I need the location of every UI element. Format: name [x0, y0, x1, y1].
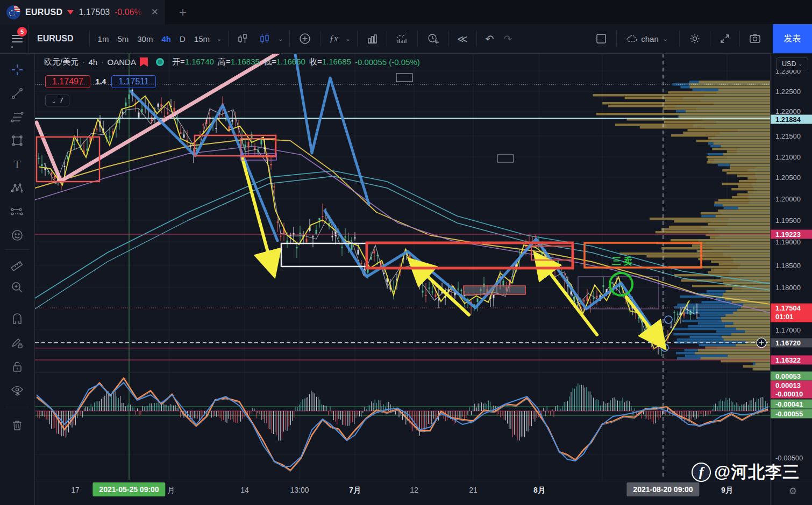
price-tick: 1.17000 [775, 326, 801, 334]
timeframe-4h[interactable]: 4h [157, 34, 175, 44]
candles [38, 88, 698, 356]
crosshair-tool[interactable] [5, 58, 29, 82]
price-tick: 1.21000 [775, 153, 801, 161]
chart-style-chevron-icon[interactable]: ⌄ [275, 35, 286, 42]
timeframe-30m[interactable]: 30m [133, 34, 157, 44]
time-tick: 8月 [533, 486, 545, 495]
layout-grid-icon[interactable] [590, 28, 612, 49]
object-tree-button[interactable]: ⌄7 [45, 95, 69, 106]
chart-canvas[interactable]: 三卖 [35, 54, 770, 481]
price-tick: 1.20500 [775, 174, 801, 182]
fullscreen-icon[interactable] [714, 28, 736, 49]
time-axis-corner: ⚙ [770, 481, 812, 505]
emoji-tool[interactable] [5, 223, 29, 247]
price-tick: 1.18000 [775, 284, 801, 292]
price-tick: 1.19500 [775, 217, 801, 225]
time-tick: 13:00 [290, 486, 309, 494]
price-tick: 1.22000 [775, 107, 801, 116]
timeframe-chevron-icon[interactable]: ⌄ [214, 35, 224, 42]
time-badge: 2021-08-20 09:00 [626, 482, 699, 496]
price-badge: 0.00013 [771, 381, 812, 390]
new-tab-button[interactable]: + [171, 0, 195, 24]
alert-clock-icon[interactable] [422, 28, 444, 49]
xabcd-pattern-tool[interactable] [5, 176, 29, 200]
text-tool[interactable]: T [5, 153, 29, 176]
settings-gear-icon[interactable] [683, 28, 706, 49]
redo-icon[interactable]: ↷ [499, 28, 517, 49]
zoom-in-tool[interactable] [5, 276, 29, 299]
price-tick: 1.19000 [775, 238, 801, 246]
eurusd-flag-icon [6, 5, 20, 19]
price-badge: -0.00041 [771, 400, 812, 409]
columns-icon[interactable] [361, 28, 383, 49]
time-axis[interactable]: 17月1413:007月12218月9月2021-05-25 09:002021… [35, 481, 770, 505]
sell-point-label: 三卖 [612, 256, 635, 266]
timeframe-1m[interactable]: 1m [94, 34, 113, 44]
notification-badge: 5 [17, 27, 27, 37]
trend-line-tool[interactable] [5, 82, 29, 105]
publish-button[interactable]: 发表 [773, 24, 812, 53]
time-tick: 14 [240, 486, 249, 494]
indicators-chevron-icon[interactable]: ⌄ [343, 35, 353, 42]
timeframe-group: 1m5m30m4hD15m [94, 34, 214, 44]
shapes-rectangle-tool[interactable] [5, 129, 29, 153]
bid-ask-row: 1.17497 1.4 1.17511 [45, 75, 156, 88]
magnet-tool[interactable] [5, 308, 29, 331]
flag-marker-icon[interactable] [140, 57, 148, 67]
legend-close: 1.16685 [322, 57, 351, 66]
prediction-tool[interactable] [5, 200, 29, 223]
legend-low: 1.16650 [276, 57, 305, 66]
remove-drawings-trash-tool[interactable] [5, 414, 29, 437]
tab-price: 1.17503 [79, 8, 110, 17]
drawing-mode-lock-tool[interactable] [5, 331, 29, 355]
time-tick: 9月 [721, 486, 733, 495]
alert-plus-marker[interactable] [757, 338, 766, 348]
bar-style-icon[interactable] [232, 28, 254, 49]
indicators-fx-button[interactable]: ƒx [324, 28, 343, 49]
forecast-icon[interactable] [391, 28, 414, 49]
price-axis[interactable]: USD⌄ 1.230001.225001.220001.215001.21000… [770, 54, 812, 481]
candles-style-icon[interactable] [254, 28, 275, 49]
time-tick: 7月 [349, 486, 361, 495]
legend-change: -0.00055 (-0.05%) [355, 57, 420, 67]
compare-add-icon[interactable] [294, 28, 316, 49]
axis-settings-gear-icon[interactable]: ⚙ [789, 486, 797, 497]
hide-drawings-eye-tool[interactable] [5, 379, 29, 402]
browser-tab-bar: EURUSD 1.17503 -0.06% ch ✕ + [0, 0, 812, 24]
ask-button[interactable]: 1.17511 [111, 75, 156, 88]
legend-pair: 欧元/美元 [44, 57, 79, 67]
timeframe-15m[interactable]: 15m [190, 34, 214, 44]
bid-button[interactable]: 1.17497 [45, 75, 90, 88]
price-badge: 0.00053 [771, 372, 812, 381]
currency-toggle-button[interactable]: USD⌄ [776, 57, 808, 70]
undo-icon[interactable]: ↶ [481, 28, 499, 49]
symbol-search-button[interactable]: EURUSD [29, 34, 86, 44]
timeframe-D[interactable]: D [175, 34, 190, 44]
fib-retracement-tool[interactable] [5, 105, 29, 129]
timeframe-5m[interactable]: 5m [113, 34, 133, 44]
time-tick: 17 [71, 486, 80, 494]
legend-high: 1.16835 [231, 57, 260, 66]
measure-ruler-tool[interactable] [5, 252, 29, 276]
main-toolbar: 5 EURUSD 1m5m30m4hD15m ⌄ ⌄ ƒx ⌄ [0, 24, 812, 54]
chart-legend[interactable]: 欧元/美元 · 4h · OANDA 开=1.16740 高=1.16835 低… [44, 57, 420, 67]
user-drawings[interactable]: 三卖 [37, 54, 701, 351]
screenshot-camera-icon[interactable] [744, 28, 766, 49]
layout-chevron-icon: ⌄ [660, 35, 671, 42]
legend-exchange: OANDA [108, 57, 136, 67]
time-badge: 2021-05-25 09:00 [92, 482, 165, 496]
price-badge: -0.00010 [771, 389, 812, 399]
price-badge: 1.1750401:01 [771, 304, 812, 322]
time-tick: 21 [469, 486, 478, 494]
replay-icon[interactable]: ≪ [452, 28, 473, 49]
symbol-tab[interactable]: EURUSD 1.17503 -0.06% ch ✕ [0, 0, 166, 24]
main-menu-button[interactable]: 5 [6, 28, 28, 49]
price-badge: 1.19223 [771, 230, 812, 239]
fx-icon: ƒx [329, 33, 338, 44]
chart-plot: 三卖 [35, 54, 770, 481]
save-layout-button[interactable]: chan ⌄ [621, 28, 675, 49]
price-badge: 1.21884 [771, 115, 812, 124]
lock-all-tool[interactable] [5, 355, 29, 379]
close-tab-icon[interactable]: ✕ [151, 6, 159, 18]
author-watermark: f @河北李三 [692, 461, 800, 484]
